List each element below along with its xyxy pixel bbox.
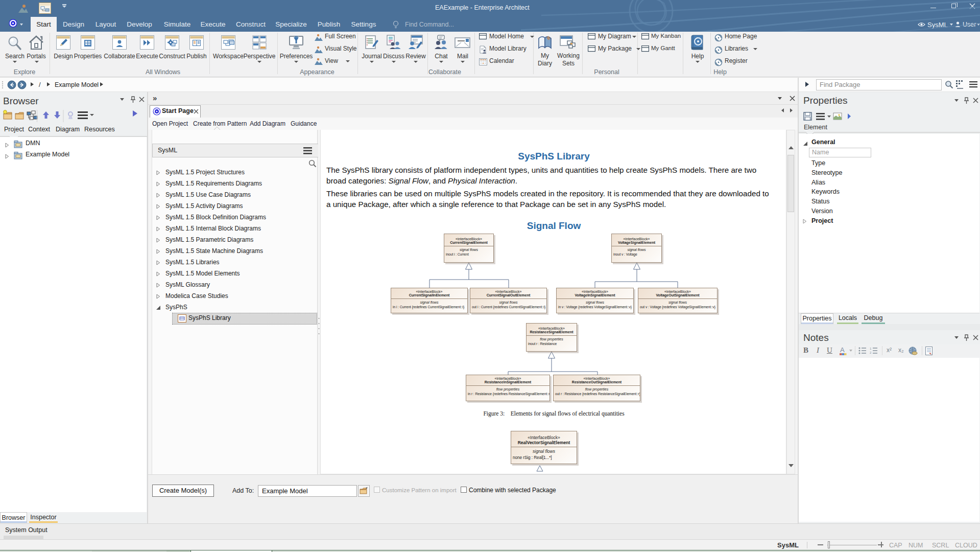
svg-text:2: 2 — [870, 351, 872, 354]
svg-text:1: 1 — [870, 347, 872, 350]
